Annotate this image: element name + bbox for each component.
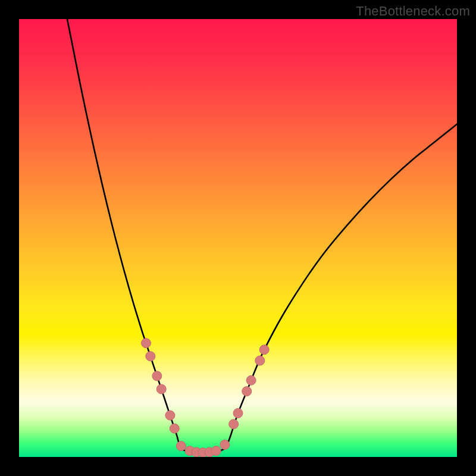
data-marker: [220, 440, 230, 449]
chart-svg: [19, 19, 457, 457]
data-marker: [170, 424, 179, 433]
data-marker: [156, 384, 166, 394]
data-marker: [211, 446, 221, 456]
chart-frame: TheBottleneck.com: [0, 0, 476, 476]
watermark-text: TheBottleneck.com: [356, 4, 470, 19]
data-marker: [233, 408, 243, 418]
plot-area: [19, 19, 457, 457]
data-marker: [255, 356, 265, 365]
data-marker: [242, 387, 252, 396]
marker-group: [141, 339, 269, 457]
data-marker: [176, 441, 186, 451]
data-marker: [141, 339, 151, 348]
bottleneck-curve: [67, 19, 457, 453]
data-marker: [165, 411, 175, 420]
data-marker: [146, 352, 155, 361]
data-marker: [229, 419, 239, 429]
data-marker: [246, 375, 256, 385]
data-marker: [152, 371, 162, 381]
curve-group: [67, 19, 457, 453]
data-marker: [259, 345, 269, 355]
